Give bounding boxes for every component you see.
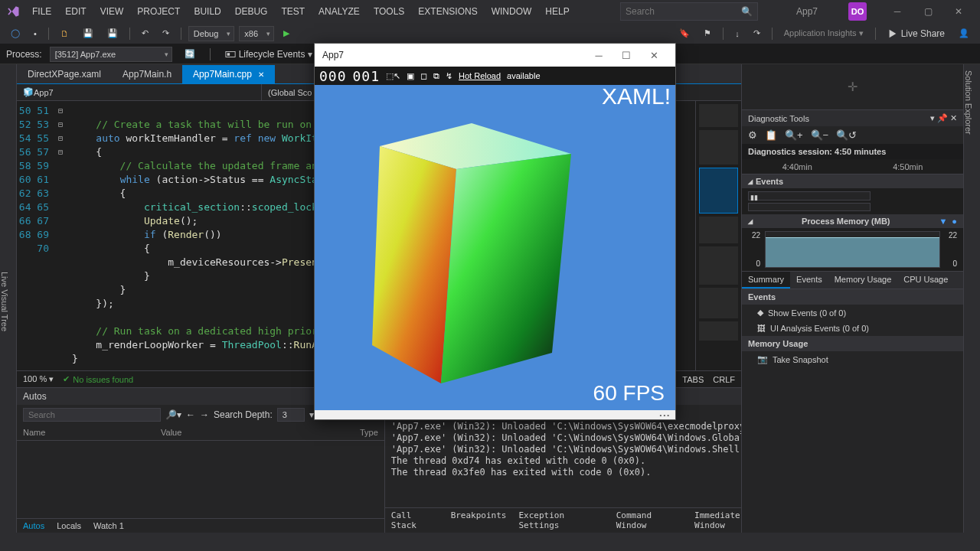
filter-icon[interactable]: ▼: [939, 217, 947, 226]
zoom-level[interactable]: 100 % ▾: [23, 374, 54, 384]
select-element-icon[interactable]: ⬚↖: [386, 71, 400, 81]
tab-callstack[interactable]: Call Stack: [385, 508, 445, 533]
fold-gutter[interactable]: ⊟ ⊟ ⊟ ⊟: [55, 101, 66, 370]
record-icon[interactable]: ●: [952, 217, 957, 226]
bookmark-icon[interactable]: 🔖: [675, 26, 694, 41]
step-over-icon[interactable]: ↷: [749, 26, 765, 41]
minimize-button[interactable]: ─: [882, 0, 913, 23]
save-button[interactable]: 💾: [78, 26, 98, 41]
display-layout-icon[interactable]: ▣: [407, 71, 414, 81]
app-insights-button[interactable]: Application Insights ▾: [779, 26, 868, 41]
ui-events-row[interactable]: 🖽UI Analysis Events (0 of 0): [742, 321, 963, 336]
step-into-icon[interactable]: ↓: [730, 27, 744, 41]
take-snapshot-row[interactable]: 📷Take Snapshot: [742, 351, 963, 367]
solution-explorer-tab[interactable]: Solution Explorer: [964, 70, 973, 533]
track-focus-icon[interactable]: ◻: [420, 71, 427, 81]
maximize-button[interactable]: ▢: [913, 0, 943, 23]
menu-debug[interactable]: DEBUG: [229, 2, 274, 21]
tab-locals[interactable]: Locals: [51, 519, 87, 533]
left-tool-strip[interactable]: Live Visual Tree: [0, 64, 17, 533]
menu-extensions[interactable]: EXTENSIONS: [412, 2, 483, 21]
tab-autos[interactable]: Autos: [17, 519, 51, 533]
running-app-window[interactable]: App7 ─ ☐ ✕ 000 001 ⬚↖ ▣ ◻ ⧉ ↯ Hot Reload…: [314, 43, 676, 420]
tab-app7main-h[interactable]: App7Main.h: [112, 65, 182, 83]
app-minimize-button[interactable]: ─: [585, 50, 612, 61]
pin-icon[interactable]: 📌: [937, 113, 948, 122]
nav-fwd-button[interactable]: •: [29, 27, 41, 41]
menu-help[interactable]: HELP: [539, 2, 575, 21]
tab-command-window[interactable]: Command Window: [610, 508, 688, 533]
col-value[interactable]: Value: [161, 428, 360, 437]
flag-icon[interactable]: ⚑: [699, 26, 716, 41]
panel-close-icon[interactable]: ✕: [950, 113, 957, 122]
menu-file[interactable]: FILE: [26, 2, 57, 21]
tab-exception-settings[interactable]: Exception Settings: [512, 508, 609, 533]
config-combo[interactable]: Debug: [188, 26, 234, 41]
global-search-input[interactable]: [626, 6, 741, 17]
menu-window[interactable]: WINDOW: [485, 2, 538, 21]
nav-back-button[interactable]: ◯: [6, 26, 24, 41]
autos-nav-right[interactable]: →: [200, 409, 209, 420]
issues-indicator[interactable]: ✔ No issues found: [63, 374, 133, 384]
reset-zoom-icon[interactable]: 🔍↺: [836, 129, 857, 141]
menu-analyze[interactable]: ANALYZE: [312, 2, 366, 21]
save-all-button[interactable]: 💾: [103, 26, 122, 41]
zoom-out-icon[interactable]: 🔍−: [811, 129, 829, 141]
lifecycle-events-button[interactable]: Lifecycle Events ▾: [220, 47, 318, 61]
menu-view[interactable]: VIEW: [94, 2, 130, 21]
menu-edit[interactable]: EDIT: [59, 2, 92, 21]
menu-build[interactable]: BUILD: [188, 2, 227, 21]
platform-combo[interactable]: x86: [239, 26, 274, 41]
diag-tab-summary[interactable]: Summary: [742, 272, 790, 289]
diag-tab-memory[interactable]: Memory Usage: [828, 272, 898, 289]
diag-timeline[interactable]: 4:40min4:50min: [742, 159, 963, 174]
zoom-in-icon[interactable]: 🔍+: [785, 129, 803, 141]
user-avatar[interactable]: DO: [848, 2, 867, 21]
menu-project[interactable]: PROJECT: [131, 2, 186, 21]
depth-input[interactable]: [277, 408, 305, 422]
tab-watch1[interactable]: Watch 1: [87, 519, 130, 533]
dropdown-icon[interactable]: ▾: [930, 113, 935, 122]
menu-tools[interactable]: TOOLS: [368, 2, 410, 21]
diag-tab-events[interactable]: Events: [790, 272, 828, 289]
autos-search-icon[interactable]: 🔎▾: [165, 409, 181, 420]
cycle-icon[interactable]: 🔄: [180, 47, 200, 61]
gear-icon[interactable]: ⚙: [748, 129, 757, 141]
hot-reload-link[interactable]: Hot Reload: [459, 71, 501, 80]
col-type[interactable]: Type: [360, 428, 378, 437]
continue-button[interactable]: ▶: [279, 26, 294, 41]
app-close-button[interactable]: ✕: [640, 50, 668, 61]
memory-section-header[interactable]: Process Memory (MB) ▼●: [742, 214, 963, 228]
open-file-button[interactable]: 🗋: [56, 27, 74, 41]
tab-close-icon[interactable]: ✕: [258, 70, 264, 79]
global-search[interactable]: 🔍: [620, 2, 758, 21]
autos-nav-left[interactable]: ←: [186, 409, 195, 420]
list-icon[interactable]: 📋: [765, 129, 777, 141]
show-events-row[interactable]: ◆Show Events (0 of 0): [742, 305, 963, 321]
tab-breakpoints[interactable]: Breakpoints: [445, 508, 513, 533]
redo-button[interactable]: ↷: [158, 26, 174, 41]
menu-test[interactable]: TEST: [275, 2, 311, 21]
diag-tab-cpu[interactable]: CPU Usage: [897, 272, 954, 289]
indent-mode[interactable]: TABS: [682, 375, 704, 384]
col-name[interactable]: Name: [23, 428, 161, 437]
undo-button[interactable]: ↶: [137, 26, 153, 41]
feedback-icon[interactable]: 👤: [954, 26, 974, 41]
autos-more-icon[interactable]: ▾: [309, 409, 314, 420]
minimap[interactable]: [695, 101, 741, 370]
live-share-button[interactable]: Live Share: [883, 27, 949, 41]
app-titlebar[interactable]: App7 ─ ☐ ✕: [315, 44, 675, 67]
app-maximize-button[interactable]: ☐: [612, 50, 640, 61]
project-scope-combo[interactable]: 🧊 App7: [17, 84, 262, 100]
add-icon[interactable]: ✛: [848, 80, 858, 94]
close-button[interactable]: ✕: [943, 0, 974, 23]
toolbar-icon[interactable]: ⧉: [433, 71, 439, 81]
events-section-header[interactable]: Events: [742, 174, 963, 188]
line-ending[interactable]: CRLF: [713, 375, 735, 384]
autos-search-input[interactable]: [23, 408, 161, 422]
tab-directxpage[interactable]: DirectXPage.xaml: [17, 65, 112, 83]
process-combo[interactable]: [3512] App7.exe: [50, 47, 172, 62]
toolbar-icon[interactable]: ↯: [446, 71, 452, 81]
tab-app7main-cpp[interactable]: App7Main.cpp✕: [182, 65, 275, 83]
scope-combo[interactable]: (Global Sco: [262, 84, 318, 100]
